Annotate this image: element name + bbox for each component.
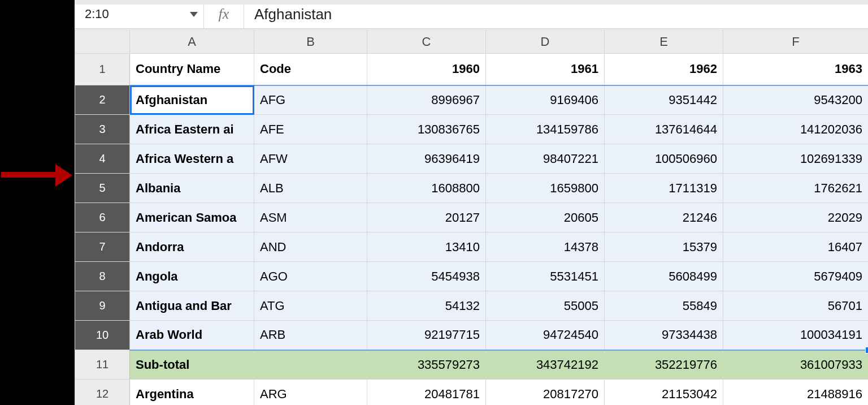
table-row: 9Antigua and BarATG54132550055584956701 bbox=[75, 291, 869, 321]
cell-value[interactable]: 1762621 bbox=[723, 174, 869, 203]
cell-value[interactable]: 22029 bbox=[723, 203, 869, 232]
cell-value[interactable]: 20605 bbox=[486, 203, 605, 232]
cell-code[interactable]: AFE bbox=[254, 115, 367, 144]
row-header-11[interactable]: 11 bbox=[75, 350, 130, 380]
cell-value[interactable]: 335579273 bbox=[367, 350, 486, 380]
cell-value[interactable]: 94724540 bbox=[486, 321, 605, 350]
row-header-6[interactable]: 6 bbox=[75, 203, 130, 232]
cell-country-name[interactable]: Africa Eastern ai bbox=[130, 115, 254, 144]
cell-value[interactable]: 5454938 bbox=[367, 262, 486, 291]
cell-code[interactable]: ALB bbox=[254, 174, 367, 203]
column-header-D[interactable]: D bbox=[486, 30, 605, 54]
cell-value[interactable]: 352219776 bbox=[605, 350, 723, 380]
cell-country-name[interactable]: Africa Western a bbox=[130, 144, 254, 174]
cell-code[interactable]: ARG bbox=[254, 380, 367, 406]
cell-value[interactable]: 141202036 bbox=[723, 115, 869, 144]
cell-value[interactable]: 55849 bbox=[605, 291, 723, 321]
cell-value[interactable]: 97334438 bbox=[605, 321, 723, 350]
row-header-2[interactable]: 2 bbox=[75, 85, 130, 115]
cell-country-name[interactable]: Andorra bbox=[130, 232, 254, 262]
cell-value[interactable]: 21246 bbox=[605, 203, 723, 232]
cell-code[interactable]: ARB bbox=[254, 321, 367, 350]
column-header-E[interactable]: E bbox=[605, 30, 723, 54]
cell-value[interactable]: 130836765 bbox=[367, 115, 486, 144]
row-header-7[interactable]: 7 bbox=[75, 232, 130, 262]
cell-value[interactable]: 1659800 bbox=[486, 174, 605, 203]
row-header-5[interactable]: 5 bbox=[75, 174, 130, 203]
cell-value[interactable]: 343742192 bbox=[486, 350, 605, 380]
column-header-B[interactable]: B bbox=[254, 30, 367, 54]
header-1960[interactable]: 1960 bbox=[367, 54, 486, 85]
table-row: 5AlbaniaALB1608800165980017113191762621 bbox=[75, 174, 869, 203]
cell-value[interactable]: 100506960 bbox=[605, 144, 723, 174]
chevron-down-icon[interactable] bbox=[190, 12, 198, 17]
selection-handle[interactable] bbox=[865, 347, 869, 354]
cell-value[interactable]: 96396419 bbox=[367, 144, 486, 174]
cell-value[interactable]: 98407221 bbox=[486, 144, 605, 174]
cell-value[interactable]: 56701 bbox=[723, 291, 869, 321]
cell-value[interactable]: 361007933 bbox=[723, 350, 869, 380]
cell-value[interactable]: 9169406 bbox=[486, 85, 605, 115]
cell-code[interactable] bbox=[254, 350, 367, 380]
header-code[interactable]: Code bbox=[254, 54, 367, 85]
cell-value[interactable]: 102691339 bbox=[723, 144, 869, 174]
row-header-3[interactable]: 3 bbox=[75, 115, 130, 144]
select-all-corner[interactable] bbox=[75, 30, 130, 54]
cell-code[interactable]: AFW bbox=[254, 144, 367, 174]
spreadsheet-app: 2:10 fx Afghanistan A B C D E F bbox=[75, 0, 868, 405]
cell-country-name[interactable]: Sub-total bbox=[130, 350, 254, 380]
cell-value[interactable]: 9543200 bbox=[723, 85, 869, 115]
cell-value[interactable]: 1711319 bbox=[605, 174, 723, 203]
cell-country-name[interactable]: Albania bbox=[130, 174, 254, 203]
cell-value[interactable]: 5679409 bbox=[723, 262, 869, 291]
cell-code[interactable]: AFG bbox=[254, 85, 367, 115]
cell-value[interactable]: 134159786 bbox=[486, 115, 605, 144]
cell-country-name[interactable]: Argentina bbox=[130, 380, 254, 406]
cell-country-name[interactable]: Arab World bbox=[130, 321, 254, 350]
cell-country-name[interactable]: Angola bbox=[130, 262, 254, 291]
cell-value[interactable]: 137614644 bbox=[605, 115, 723, 144]
cell-value[interactable]: 21153042 bbox=[605, 380, 723, 406]
cell-value[interactable]: 16407 bbox=[723, 232, 869, 262]
cell-value[interactable]: 5608499 bbox=[605, 262, 723, 291]
spreadsheet-grid[interactable]: A B C D E F 1 Country Name Code 1960 196… bbox=[75, 29, 868, 405]
cell-value[interactable]: 1608800 bbox=[367, 174, 486, 203]
header-1962[interactable]: 1962 bbox=[605, 54, 723, 85]
row-header-1[interactable]: 1 bbox=[75, 54, 130, 85]
column-header-F[interactable]: F bbox=[723, 30, 869, 54]
cell-value[interactable]: 20481781 bbox=[367, 380, 486, 406]
cell-value[interactable]: 100034191 bbox=[723, 321, 869, 350]
table-row: 11Sub-total33557927334374219235221977636… bbox=[75, 350, 869, 380]
row-header-12[interactable]: 12 bbox=[75, 380, 130, 406]
cell-country-name[interactable]: Afghanistan bbox=[130, 85, 254, 115]
cell-value[interactable]: 21488916 bbox=[723, 380, 869, 406]
cell-value[interactable]: 55005 bbox=[486, 291, 605, 321]
cell-country-name[interactable]: Antigua and Bar bbox=[130, 291, 254, 321]
column-header-C[interactable]: C bbox=[367, 30, 486, 54]
cell-value[interactable]: 15379 bbox=[605, 232, 723, 262]
cell-value[interactable]: 9351442 bbox=[605, 85, 723, 115]
cell-code[interactable]: AND bbox=[254, 232, 367, 262]
cell-value[interactable]: 5531451 bbox=[486, 262, 605, 291]
cell-value[interactable]: 8996967 bbox=[367, 85, 486, 115]
cell-value[interactable]: 13410 bbox=[367, 232, 486, 262]
cell-code[interactable]: ATG bbox=[254, 291, 367, 321]
cell-value[interactable]: 14378 bbox=[486, 232, 605, 262]
header-1963[interactable]: 1963 bbox=[723, 54, 869, 85]
table-header-row: 1 Country Name Code 1960 1961 1962 1963 bbox=[75, 54, 869, 85]
row-header-8[interactable]: 8 bbox=[75, 262, 130, 291]
cell-value[interactable]: 20127 bbox=[367, 203, 486, 232]
cell-code[interactable]: ASM bbox=[254, 203, 367, 232]
row-header-4[interactable]: 4 bbox=[75, 144, 130, 174]
row-header-9[interactable]: 9 bbox=[75, 291, 130, 321]
column-header-A[interactable]: A bbox=[130, 30, 254, 54]
cell-value[interactable]: 54132 bbox=[367, 291, 486, 321]
cell-country-name[interactable]: American Samoa bbox=[130, 203, 254, 232]
header-country-name[interactable]: Country Name bbox=[130, 54, 254, 85]
header-1961[interactable]: 1961 bbox=[486, 54, 605, 85]
formula-input[interactable]: Afghanistan bbox=[244, 6, 868, 23]
cell-value[interactable]: 92197715 bbox=[367, 321, 486, 350]
cell-code[interactable]: AGO bbox=[254, 262, 367, 291]
row-header-10[interactable]: 10 bbox=[75, 321, 130, 350]
cell-value[interactable]: 20817270 bbox=[486, 380, 605, 406]
